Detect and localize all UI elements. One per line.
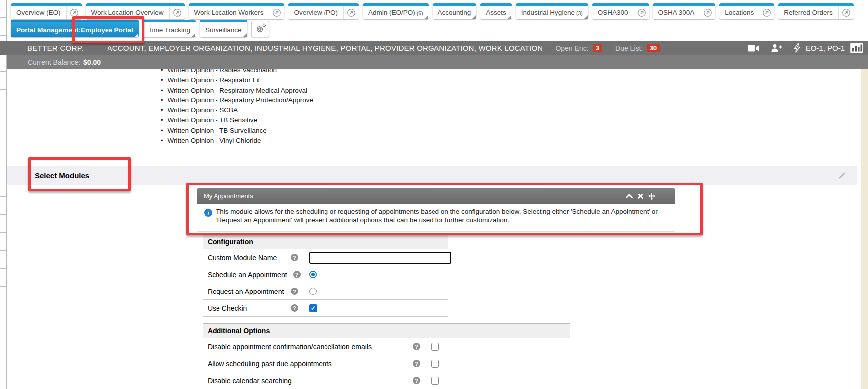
bar-chart-icon[interactable] <box>850 43 863 53</box>
tab-referred-orders[interactable]: Referred Orders <box>778 3 854 19</box>
video-camera-icon[interactable] <box>748 44 760 52</box>
use-checkin-checkbox[interactable] <box>309 304 317 312</box>
help-icon[interactable] <box>413 360 420 367</box>
open-enc-label: Open Enc: <box>555 44 588 52</box>
table-row: Schedule an Appointment <box>203 266 448 283</box>
tab-portal-management-employee-portal[interactable]: Portal Management:Employee Portal <box>11 20 139 37</box>
row-label: Schedule an Appointment <box>208 271 287 279</box>
menu-fold-icon <box>192 33 195 37</box>
external-link-icon[interactable] <box>634 6 649 19</box>
info-icon <box>204 209 212 217</box>
help-icon[interactable] <box>291 288 298 295</box>
tab-industrial-hygiene[interactable]: Industrial Hygiene(3) <box>516 3 588 19</box>
list-item: Written Opinion - Respiratory Medical Ap… <box>161 86 313 96</box>
tab-time-tracking[interactable]: Time Tracking <box>143 20 196 37</box>
move-module-icon[interactable] <box>648 193 655 200</box>
company-name: BETTER CORP. <box>27 44 84 52</box>
row-label: Use Checkin <box>208 304 247 312</box>
external-link-icon[interactable] <box>700 6 715 19</box>
row-label: Disable calendar searching <box>208 377 292 385</box>
tab-accounting[interactable]: Accounting <box>433 3 477 19</box>
open-enc-badge[interactable]: 3 <box>593 44 603 52</box>
due-list-badge[interactable]: 30 <box>647 44 660 52</box>
menu-fold-icon <box>584 15 588 19</box>
list-item: Written Opinion - Respiratory Protection… <box>161 96 313 105</box>
row-label: Disable appointment confirmation/cancell… <box>208 343 372 351</box>
tab-row-primary: Overview (EO) Work Location Overview Wor… <box>11 3 854 19</box>
menu-fold-icon <box>425 15 428 19</box>
additional-options-table: Additional Options Disable appointment c… <box>203 323 570 389</box>
list-item: Written Opinion - TB Sensitive <box>161 115 313 125</box>
context-list: ACCOUNT, EMPLOYER ORGANIZATION, INDUSTRI… <box>108 44 543 52</box>
allow-past-due-checkbox[interactable] <box>431 360 439 368</box>
tab-count: (3) <box>576 10 583 16</box>
help-icon[interactable] <box>291 254 298 261</box>
row-label: Allow scheduling past due appointments <box>208 360 332 368</box>
edit-pencil-icon[interactable] <box>838 171 846 182</box>
due-list-label: Due List: <box>615 44 643 52</box>
tab-osha-300a[interactable]: OSHA 300A <box>653 3 716 19</box>
header-actions: EO-1, PO-1 <box>748 41 863 55</box>
external-link-icon[interactable] <box>343 6 359 19</box>
tab-overview-po[interactable]: Overview (PO) <box>288 3 359 19</box>
help-icon[interactable] <box>293 271 301 278</box>
external-link-icon[interactable] <box>269 6 284 19</box>
tab-osha300[interactable]: OSHA300 <box>592 3 649 19</box>
tab-surveillance[interactable]: Surveillance <box>200 20 247 37</box>
custom-module-name-input[interactable] <box>309 252 451 264</box>
module-header[interactable]: My Appointments <box>197 188 675 204</box>
external-link-icon[interactable] <box>838 6 854 19</box>
add-person-icon[interactable] <box>771 44 782 52</box>
my-appointments-module: My Appointments This module allows for t… <box>197 188 675 232</box>
schedule-appointment-radio[interactable] <box>309 271 317 278</box>
right-margin-strip <box>861 69 868 389</box>
module-title: My Appointments <box>204 193 253 200</box>
tab-settings-button[interactable] <box>251 21 269 37</box>
tab-label: Admin (EO/PO) <box>368 9 415 16</box>
tab-overview-eo[interactable]: Overview (EO) <box>11 3 82 19</box>
menu-fold-icon <box>243 33 247 37</box>
written-opinion-list: Written Opinion - Rabies Vaccination Wri… <box>161 65 313 146</box>
balance-label: Current Balance: <box>28 58 80 66</box>
gear-icon <box>262 23 266 27</box>
table-row: Disable appointment confirmation/cancell… <box>203 338 570 355</box>
list-item: Written Opinion - Respirator Fit <box>161 75 313 85</box>
divider <box>788 44 788 52</box>
remove-module-icon[interactable] <box>638 194 643 199</box>
module-info-banner: This module allows for the scheduling or… <box>197 204 675 232</box>
list-item: Written Opinion - SCBA <box>161 105 313 115</box>
table-row: Use Checkin <box>203 300 448 317</box>
external-link-icon[interactable] <box>169 6 185 19</box>
help-icon[interactable] <box>413 377 420 384</box>
menu-fold-icon <box>135 33 138 37</box>
disable-confirmation-emails-checkbox[interactable] <box>431 343 439 351</box>
configuration-table: Configuration Custom Module Name Schedul… <box>203 234 448 317</box>
select-modules-section-header: Select Modules <box>7 166 857 185</box>
tab-assets[interactable]: Assets <box>480 3 512 19</box>
clipped-table-left-edge <box>0 0 7 389</box>
org-context-label: EO-1, PO-1 <box>806 44 845 52</box>
table-row: Disable calendar searching <box>203 372 570 389</box>
external-link-icon[interactable] <box>759 6 774 19</box>
collapse-chevron-icon[interactable] <box>626 194 633 198</box>
external-link-icon[interactable] <box>66 6 82 19</box>
module-info-text: This module allows for the scheduling or… <box>216 208 666 224</box>
request-appointment-radio[interactable] <box>309 288 317 295</box>
tab-row-secondary: Portal Management:Employee Portal Time T… <box>11 20 269 37</box>
current-balance-bar: Current Balance: $0.00 <box>7 55 868 69</box>
tab-count: (6) <box>417 10 423 16</box>
tab-label: Industrial Hygiene <box>521 9 575 16</box>
table-title: Additional Options <box>203 323 570 338</box>
row-label: Request an Appointment <box>208 288 284 295</box>
module-header-actions <box>626 188 655 204</box>
help-icon[interactable] <box>291 304 298 312</box>
tab-work-location-workers[interactable]: Work Location Workers <box>189 3 285 19</box>
tab-work-location-overview[interactable]: Work Location Overview <box>86 3 185 19</box>
disable-calendar-searching-checkbox[interactable] <box>431 377 439 385</box>
table-row: Custom Module Name <box>203 249 448 266</box>
tab-locations[interactable]: Locations <box>719 3 774 19</box>
table-title: Configuration <box>203 234 448 249</box>
lightning-bolt-icon[interactable] <box>794 43 800 53</box>
help-icon[interactable] <box>413 343 420 350</box>
tab-admin-eo-po[interactable]: Admin (EO/PO)(6) <box>363 3 429 19</box>
